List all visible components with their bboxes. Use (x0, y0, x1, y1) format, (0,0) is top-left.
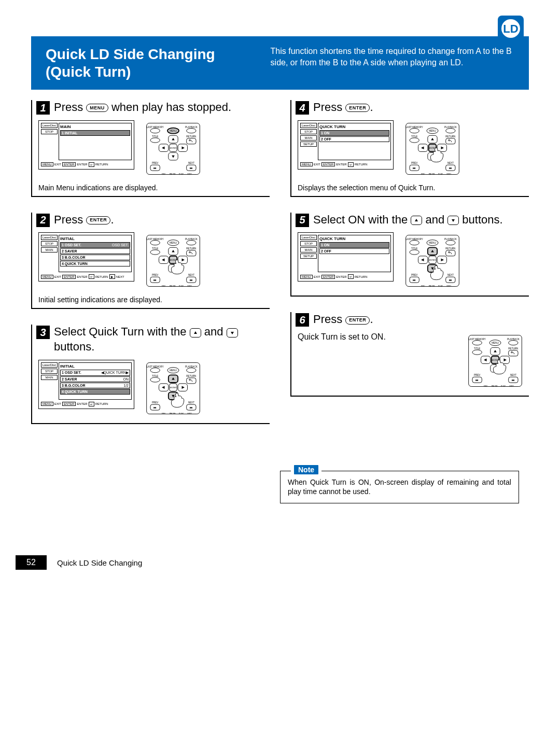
svg-text:PLAY: PLAY (438, 173, 443, 175)
svg-text:RETURN: RETURN (186, 375, 196, 377)
svg-point-63 (187, 368, 196, 372)
menu-button-icon: MENU (86, 104, 108, 112)
remote-illustration: LAST MEMORY MENU PLAYBACK TITLE ENTER RE… (145, 120, 207, 179)
svg-text:FWD: FWD (447, 285, 452, 287)
svg-text:PAUSE: PAUSE (170, 173, 176, 175)
svg-text:PAUSE: PAUSE (170, 285, 176, 287)
footer-section: Quick LD Side Changing (57, 558, 142, 567)
svg-text:TITLE: TITLE (474, 347, 480, 350)
down-arrow-icon (227, 328, 238, 338)
svg-text:MENU: MENU (429, 242, 436, 244)
header-title-1: Quick LD Side Changing (46, 46, 215, 62)
svg-point-92 (410, 138, 419, 143)
svg-text:PAUSE: PAUSE (170, 412, 176, 414)
svg-point-65 (150, 377, 160, 382)
svg-text:RETURN: RETURN (508, 347, 518, 350)
up-arrow-icon (411, 216, 422, 225)
svg-text:⏭: ⏭ (190, 166, 193, 169)
step-3: 3 Select Quick Turn with the and buttons… (31, 325, 270, 424)
svg-text:NEXT: NEXT (188, 274, 194, 277)
svg-text:⏮: ⏮ (413, 166, 416, 169)
step-number: 3 (36, 326, 50, 339)
svg-rect-154 (509, 350, 518, 356)
page-number: 52 (16, 555, 47, 570)
svg-point-38 (150, 250, 160, 255)
step-number: 5 (296, 214, 309, 227)
enter-button-icon: ENTER (345, 104, 370, 112)
svg-text:LAST MEMORY: LAST MEMORY (406, 238, 423, 241)
svg-text:REV: REV (421, 173, 425, 175)
svg-text:PLAYBACK: PLAYBACK (444, 125, 457, 128)
svg-text:NEXT: NEXT (188, 162, 194, 164)
remote-illustration: LAST MEMORY MENU PLAYBACK TITLE ENTER RE… (404, 120, 466, 179)
svg-text:ENTER: ENTER (170, 147, 177, 149)
svg-rect-127 (446, 250, 455, 256)
svg-text:⏮: ⏮ (153, 278, 157, 282)
svg-text:⏮: ⏮ (153, 166, 157, 169)
step-5: 5 Select ON with the and buttons. LaserD… (290, 213, 529, 297)
osd-panel: LaserDiscSTOP MAIN 1 INITIAL MENUEXITENT… (38, 120, 134, 170)
step-number: 4 (296, 101, 309, 115)
svg-text:LD: LD (503, 22, 518, 35)
svg-rect-19 (187, 138, 196, 144)
svg-rect-73 (187, 377, 196, 383)
note-text: When Quick Turn is ON, On-screen display… (288, 477, 511, 497)
page-footer: 52 Quick LD Side Changing (31, 555, 529, 570)
svg-text:REV: REV (162, 173, 166, 175)
svg-text:PAUSE: PAUSE (429, 173, 436, 175)
step-caption: Main Menu indications are displayed. (38, 184, 270, 192)
svg-text:MENU: MENU (492, 342, 498, 344)
svg-text:PLAYBACK: PLAYBACK (185, 125, 198, 128)
step-4: 4 Press ENTER. LaserDiscSTOPMAINSETUP QU… (290, 100, 529, 197)
svg-point-90 (446, 128, 455, 133)
svg-text:⏭: ⏭ (449, 166, 452, 169)
svg-text:PLAY: PLAY (179, 412, 184, 414)
svg-text:REV: REV (484, 385, 488, 387)
svg-point-119 (410, 250, 419, 255)
svg-text:⏮: ⏮ (153, 405, 157, 409)
step-caption: Displays the selection menu of Quick Tur… (298, 184, 529, 192)
svg-text:PREV: PREV (474, 374, 481, 376)
svg-text:FWD: FWD (188, 173, 192, 175)
svg-text:REV: REV (162, 412, 166, 414)
svg-text:NEXT: NEXT (447, 274, 454, 277)
step-instruction: Select Quick Turn with the and buttons. (54, 325, 270, 354)
svg-text:LAST MEMORY: LAST MEMORY (147, 365, 164, 368)
osd-panel: LaserDiscSTOPMAINSETUP QUICK TURN 1 ON2 … (298, 232, 394, 282)
svg-text:⏭: ⏭ (190, 405, 193, 409)
step-caption: Quick Turn is set to ON. (298, 332, 456, 342)
svg-point-140 (472, 341, 482, 345)
svg-text:TITLE: TITLE (411, 247, 417, 250)
svg-text:⏭: ⏭ (512, 378, 515, 381)
svg-text:NEXT: NEXT (510, 374, 516, 376)
svg-text:⏮: ⏮ (475, 378, 479, 381)
header-title-2: (Quick Turn) (46, 64, 131, 80)
svg-text:MENU: MENU (170, 130, 176, 132)
remote-illustration: LAST MEMORY MENU PLAYBACK TITLE ENTER RE… (467, 332, 529, 391)
svg-point-146 (472, 350, 482, 355)
step-6: 6 Press ENTER. Quick Turn is set to ON. … (290, 312, 529, 397)
svg-text:RETURN: RETURN (445, 135, 455, 138)
svg-text:ENTER: ENTER (429, 259, 436, 261)
step-number: 1 (36, 101, 50, 115)
remote-illustration: LAST MEMORY MENU PLAYBACK TITLE ENTER RE… (145, 232, 207, 291)
enter-button-icon: ENTER (86, 216, 110, 224)
step-number: 2 (36, 214, 50, 227)
svg-text:MENU: MENU (170, 242, 176, 244)
step-2: 2 Press ENTER. LaserDiscSTOPMAIN INITIAL… (31, 213, 270, 310)
svg-point-36 (187, 241, 196, 245)
note-badge: Note (291, 465, 321, 474)
up-arrow-icon (190, 328, 201, 338)
osd-panel: LaserDiscSTOPMAIN INITIAL 1 OSD SET.◀QUI… (38, 360, 134, 409)
page-header: Quick LD Side Changing (Quick Turn) This… (31, 36, 529, 90)
svg-text:PLAY: PLAY (501, 385, 506, 387)
svg-text:PREV: PREV (411, 274, 418, 277)
svg-text:NEXT: NEXT (447, 162, 454, 164)
svg-text:PREV: PREV (411, 162, 418, 164)
osd-panel: LaserDiscSTOPMAIN INITIAL 1 OSD SET.OSD … (38, 232, 134, 282)
svg-text:PLAY: PLAY (438, 285, 443, 287)
svg-text:⏮: ⏮ (413, 278, 416, 282)
remote-illustration: LAST MEMORY MENU PLAYBACK TITLE ENTER RE… (145, 360, 207, 419)
svg-text:RETURN: RETURN (186, 247, 196, 250)
svg-text:PAUSE: PAUSE (429, 285, 436, 287)
